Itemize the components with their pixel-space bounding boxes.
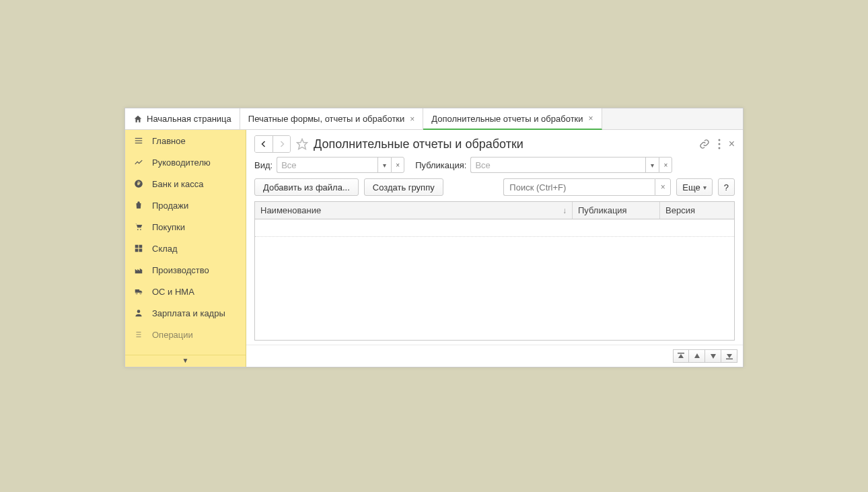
more-icon[interactable] <box>718 139 721 149</box>
sidebar-scroll[interactable]: Главное Руководителю ₽ Банк и касса <box>125 130 246 355</box>
svg-point-11 <box>136 293 137 294</box>
truck-icon <box>133 286 144 297</box>
sidebar-item-label: Зарплата и кадры <box>152 308 225 318</box>
svg-point-16 <box>718 143 720 145</box>
close-icon[interactable]: × <box>587 114 593 123</box>
pub-clear-button[interactable]: × <box>659 157 672 173</box>
svg-rect-9 <box>135 249 139 252</box>
filter-row: Вид: ▾ × Публикация: ▾ × <box>254 157 735 173</box>
sidebar-item-manager[interactable]: Руководителю <box>125 151 246 173</box>
table-row[interactable] <box>255 219 734 237</box>
close-icon[interactable]: × <box>408 114 414 124</box>
pub-combo: ▾ × <box>470 157 672 173</box>
col-ver-label: Версия <box>665 205 695 215</box>
sidebar-item-label: Склад <box>152 244 178 254</box>
footer-nav <box>246 345 743 367</box>
operations-icon <box>133 329 144 340</box>
svg-rect-7 <box>135 245 139 248</box>
tab-additional-reports[interactable]: Дополнительные отчеты и обработки × <box>423 108 602 130</box>
tabbar: Начальная страница Печатные формы, отчет… <box>125 108 743 130</box>
vid-combo: ▾ × <box>277 157 404 173</box>
ruble-icon: ₽ <box>133 178 144 189</box>
bag-icon <box>133 200 144 211</box>
sidebar-item-label: Главное <box>152 136 186 146</box>
vid-dropdown-button[interactable]: ▾ <box>377 157 391 173</box>
svg-marker-20 <box>694 353 700 358</box>
titlebar: Дополнительные отчеты и обработки × <box>254 135 735 153</box>
sidebar-item-assets[interactable]: ОС и НМА <box>125 281 246 302</box>
app-body: Главное Руководителю ₽ Банк и касса <box>125 130 743 367</box>
sidebar: Главное Руководителю ₽ Банк и касса <box>125 130 246 367</box>
sidebar-item-label: Банк и касса <box>152 179 204 189</box>
col-ver-header[interactable]: Версия <box>660 202 734 219</box>
main-panel: Дополнительные отчеты и обработки × Вид: <box>246 130 743 367</box>
link-icon[interactable] <box>699 139 710 149</box>
tab-additional-reports-label: Дополнительные отчеты и обработки <box>431 114 583 124</box>
toolbar: Добавить из файла... Создать группу × Ещ… <box>254 178 735 196</box>
sidebar-item-warehouse[interactable]: Склад <box>125 238 246 259</box>
sidebar-item-label: Продажи <box>152 201 188 211</box>
scroll-down-button[interactable] <box>705 349 721 363</box>
sidebar-item-hr[interactable]: Зарплата и кадры <box>125 302 246 324</box>
sidebar-item-bank[interactable]: ₽ Банк и касса <box>125 173 246 195</box>
col-pub-header[interactable]: Публикация <box>573 202 660 219</box>
search-input[interactable] <box>503 178 655 196</box>
svg-rect-8 <box>139 245 143 248</box>
svg-rect-23 <box>726 359 733 360</box>
vid-input[interactable] <box>277 157 377 173</box>
sidebar-item-operations[interactable]: Операции <box>125 324 246 345</box>
tab-print-forms-label: Печатные формы, отчеты и обработки <box>248 114 405 124</box>
table-header: Наименование ↓ Публикация Версия <box>255 202 734 219</box>
app-window: Начальная страница Печатные формы, отчет… <box>124 108 744 367</box>
title-actions: × <box>699 138 735 150</box>
sidebar-item-production[interactable]: Производство <box>125 259 246 281</box>
more-button[interactable]: Еще <box>676 178 712 196</box>
nav-back-button[interactable] <box>255 136 273 152</box>
tab-home[interactable]: Начальная страница <box>125 108 240 129</box>
pub-input[interactable] <box>470 157 645 173</box>
sidebar-collapse-button[interactable]: ▼ <box>125 355 246 367</box>
sidebar-item-label: Покупки <box>152 222 185 232</box>
search-wrap: × <box>503 178 671 196</box>
pub-label: Публикация: <box>415 160 466 170</box>
create-group-button[interactable]: Создать группу <box>364 178 443 196</box>
sidebar-item-main[interactable]: Главное <box>125 130 246 151</box>
page-title: Дополнительные отчеты и обработки <box>314 137 694 151</box>
tab-home-label: Начальная страница <box>147 114 231 124</box>
svg-point-5 <box>137 229 139 230</box>
pub-dropdown-button[interactable]: ▾ <box>645 157 659 173</box>
sort-asc-icon: ↓ <box>563 206 567 215</box>
sidebar-item-sales[interactable]: Продажи <box>125 195 246 216</box>
svg-point-17 <box>718 147 720 149</box>
scroll-top-button[interactable] <box>673 349 689 363</box>
vid-label: Вид: <box>254 160 273 170</box>
home-icon <box>133 114 143 124</box>
nav-button-group <box>254 135 291 153</box>
favorite-star-icon[interactable] <box>296 138 308 150</box>
svg-point-15 <box>718 139 720 141</box>
col-name-header[interactable]: Наименование ↓ <box>255 202 573 219</box>
scroll-up-button[interactable] <box>689 349 705 363</box>
search-clear-button[interactable]: × <box>655 178 671 196</box>
sidebar-item-purchases[interactable]: Покупки <box>125 216 246 238</box>
sidebar-item-label: Производство <box>152 265 209 275</box>
nav-forward-button[interactable] <box>273 136 290 152</box>
close-panel-icon[interactable]: × <box>729 138 735 150</box>
help-button[interactable]: ? <box>718 178 735 196</box>
vid-clear-button[interactable]: × <box>391 157 404 173</box>
tab-print-forms[interactable]: Печатные формы, отчеты и обработки × <box>240 108 424 129</box>
boxes-icon <box>133 243 144 254</box>
svg-point-13 <box>137 310 141 313</box>
svg-marker-14 <box>297 139 308 149</box>
add-from-file-button[interactable]: Добавить из файла... <box>254 178 359 196</box>
scroll-bottom-button[interactable] <box>721 349 737 363</box>
svg-marker-22 <box>727 354 732 358</box>
menu-icon <box>133 135 144 146</box>
svg-point-12 <box>140 293 141 294</box>
sidebar-item-label: Операции <box>152 330 193 340</box>
svg-marker-19 <box>678 354 684 358</box>
svg-point-6 <box>140 229 141 230</box>
chart-line-icon <box>133 157 144 168</box>
sidebar-item-label: Руководителю <box>152 157 211 168</box>
person-icon <box>133 308 144 318</box>
